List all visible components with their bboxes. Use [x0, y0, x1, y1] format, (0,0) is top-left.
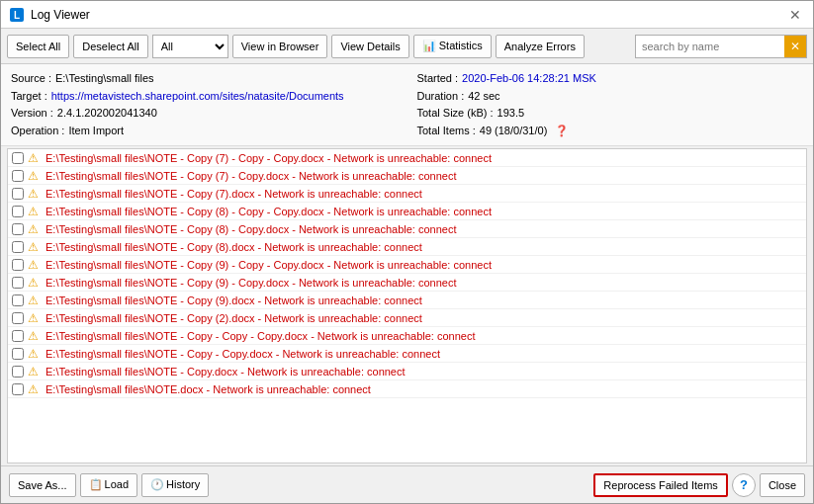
total-size-value: 193.5 [497, 105, 525, 123]
log-item-text: E:\Testing\small files\NOTE - Copy (2).d… [45, 312, 422, 324]
log-item-checkbox[interactable] [12, 312, 24, 324]
filter-dropdown[interactable]: All Errors Warnings Info [152, 35, 228, 58]
warning-icon: ⚠ [28, 240, 42, 254]
total-items-label: Total Items : [417, 123, 476, 140]
svg-text:L: L [14, 10, 20, 21]
history-button[interactable]: 🕐History [141, 473, 209, 497]
close-button[interactable]: Close [760, 473, 805, 497]
log-item-text: E:\Testing\small files\NOTE - Copy.docx … [45, 366, 406, 378]
log-item-checkbox[interactable] [12, 223, 24, 235]
log-item-text: E:\Testing\small files\NOTE - Copy (7) -… [45, 152, 492, 164]
log-item[interactable]: ⚠ E:\Testing\small files\NOTE - Copy (8)… [8, 238, 806, 256]
warning-icon: ⚠ [28, 205, 42, 218]
log-list: ⚠ E:\Testing\small files\NOTE - Copy (7)… [8, 149, 806, 462]
statistics-button[interactable]: 📊Statistics [413, 35, 492, 58]
log-item[interactable]: ⚠ E:\Testing\small files\NOTE - Copy (9)… [8, 274, 806, 292]
duration-row: Duration : 42 sec [417, 88, 804, 106]
toolbar: Select All Deselect All All Errors Warni… [1, 29, 813, 64]
log-item-checkbox[interactable] [12, 277, 24, 289]
log-item-text: E:\Testing\small files\NOTE - Copy - Cop… [45, 348, 440, 360]
operation-row: Operation : Item Import [11, 123, 398, 140]
log-item[interactable]: ⚠ E:\Testing\small files\NOTE.docx - Net… [8, 380, 806, 398]
log-item-text: E:\Testing\small files\NOTE - Copy (9) -… [45, 277, 457, 289]
view-details-button[interactable]: View Details [331, 35, 408, 58]
log-item-checkbox[interactable] [12, 330, 24, 342]
log-item-checkbox[interactable] [12, 383, 24, 395]
log-item-text: E:\Testing\small files\NOTE - Copy (9) -… [45, 259, 492, 271]
log-item-text: E:\Testing\small files\NOTE - Copy (8).d… [45, 241, 422, 253]
log-item[interactable]: ⚠ E:\Testing\small files\NOTE - Copy (7)… [8, 185, 806, 203]
view-in-browser-button[interactable]: View in Browser [232, 35, 328, 58]
log-item[interactable]: ⚠ E:\Testing\small files\NOTE - Copy (9)… [8, 292, 806, 309]
warning-icon: ⚠ [28, 222, 42, 236]
footer: Save As... 📋Load 🕐History Reprocess Fail… [1, 465, 813, 503]
source-label: Source : [11, 70, 51, 88]
help-icon-inline[interactable]: ❓ [555, 123, 569, 140]
log-item[interactable]: ⚠ E:\Testing\small files\NOTE - Copy (8)… [8, 203, 806, 220]
log-item-text: E:\Testing\small files\NOTE - Copy (7).d… [45, 188, 422, 200]
log-item-checkbox[interactable] [12, 206, 24, 217]
target-value: https://metavistech.sharepoint.com/sites… [51, 88, 344, 106]
log-item-text: E:\Testing\small files\NOTE - Copy (9).d… [45, 294, 422, 306]
save-as-button[interactable]: Save As... [9, 473, 76, 497]
help-button[interactable]: ? [732, 473, 756, 497]
log-item[interactable]: ⚠ E:\Testing\small files\NOTE - Copy.doc… [8, 363, 806, 380]
warning-icon: ⚠ [28, 258, 42, 272]
log-item[interactable]: ⚠ E:\Testing\small files\NOTE - Copy - C… [8, 345, 806, 363]
log-item-checkbox[interactable] [12, 348, 24, 360]
load-icon: 📋 [89, 478, 103, 490]
load-button[interactable]: 📋Load [80, 473, 137, 497]
search-input[interactable] [636, 36, 784, 57]
statistics-icon: 📊 [422, 40, 436, 51]
log-item[interactable]: ⚠ E:\Testing\small files\NOTE - Copy (7)… [8, 149, 806, 167]
app-icon: L [9, 7, 25, 23]
warning-icon: ⚠ [28, 382, 42, 396]
version-label: Version : [11, 105, 53, 123]
log-list-container: ⚠ E:\Testing\small files\NOTE - Copy (7)… [7, 148, 807, 463]
target-label: Target : [11, 88, 47, 106]
version-row: Version : 2.4.1.202002041340 [11, 105, 398, 123]
total-size-row: Total Size (kB) : 193.5 [417, 105, 804, 123]
analyze-errors-button[interactable]: Analyze Errors [496, 35, 585, 58]
target-row: Target : https://metavistech.sharepoint.… [11, 88, 398, 106]
total-items-row: Total Items : 49 (18/0/31/0) ❓ [417, 123, 804, 140]
log-item-checkbox[interactable] [12, 259, 24, 271]
log-item[interactable]: ⚠ E:\Testing\small files\NOTE - Copy - C… [8, 327, 806, 345]
warning-icon: ⚠ [28, 151, 42, 165]
log-item-checkbox[interactable] [12, 294, 24, 306]
started-label: Started : [417, 70, 459, 88]
duration-value: 42 sec [468, 88, 499, 106]
log-item-checkbox[interactable] [12, 152, 24, 164]
info-right: Started : 2020-Feb-06 14:28:21 MSK Durat… [417, 70, 804, 139]
log-item-text: E:\Testing\small files\NOTE - Copy (8) -… [45, 223, 457, 235]
duration-label: Duration : [417, 88, 465, 106]
reprocess-failed-items-button[interactable]: Reprocess Failed Items [593, 473, 728, 497]
log-item-checkbox[interactable] [12, 188, 24, 200]
log-item[interactable]: ⚠ E:\Testing\small files\NOTE - Copy (9)… [8, 256, 806, 274]
warning-icon: ⚠ [28, 169, 42, 183]
search-clear-button[interactable]: ✕ [784, 36, 806, 57]
log-item-checkbox[interactable] [12, 241, 24, 253]
window-title: Log Viewer [31, 8, 90, 22]
log-item-text: E:\Testing\small files\NOTE - Copy (7) -… [45, 170, 457, 182]
window-close-button[interactable]: ✕ [785, 5, 805, 25]
warning-icon: ⚠ [28, 276, 42, 290]
log-item-checkbox[interactable] [12, 366, 24, 378]
log-item[interactable]: ⚠ E:\Testing\small files\NOTE - Copy (7)… [8, 167, 806, 185]
started-value: 2020-Feb-06 14:28:21 MSK [462, 70, 596, 88]
select-all-button[interactable]: Select All [7, 35, 69, 58]
info-panel: Source : E:\Testing\small files Target :… [1, 64, 813, 146]
search-box: ✕ [635, 35, 807, 58]
log-item-checkbox[interactable] [12, 170, 24, 182]
log-item[interactable]: ⚠ E:\Testing\small files\NOTE - Copy (2)… [8, 309, 806, 327]
operation-value: Item Import [68, 123, 124, 140]
deselect-all-button[interactable]: Deselect All [73, 35, 147, 58]
warning-icon: ⚠ [28, 347, 42, 361]
title-bar-left: L Log Viewer [9, 7, 90, 23]
log-item-text: E:\Testing\small files\NOTE - Copy - Cop… [45, 330, 475, 342]
log-item[interactable]: ⚠ E:\Testing\small files\NOTE - Copy (8)… [8, 220, 806, 238]
main-window: L Log Viewer ✕ Select All Deselect All A… [0, 0, 814, 504]
total-size-label: Total Size (kB) : [417, 105, 494, 123]
warning-icon: ⚠ [28, 329, 42, 343]
started-row: Started : 2020-Feb-06 14:28:21 MSK [417, 70, 804, 88]
